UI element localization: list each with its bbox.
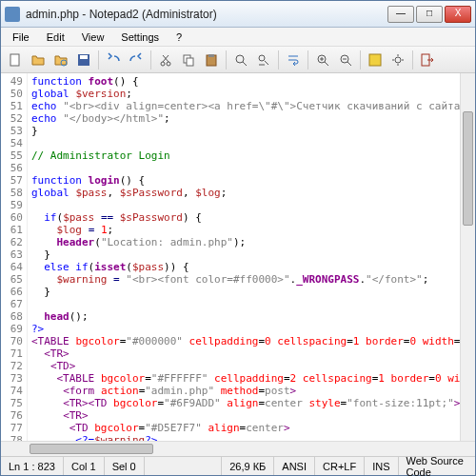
replace-icon[interactable] [253, 50, 274, 70]
status-column[interactable]: Col 1 [64, 457, 105, 475]
toolbar-separator [226, 50, 227, 69]
svg-rect-7 [187, 58, 193, 66]
zoomin-icon[interactable] [312, 50, 333, 70]
status-selection[interactable]: Sel 0 [105, 457, 145, 475]
scroll-thumb[interactable] [463, 111, 473, 226]
paste-icon[interactable] [201, 50, 222, 70]
menu-file[interactable]: File [5, 30, 37, 45]
code-area[interactable]: function foot() {global $version;echo "<… [28, 73, 460, 441]
menu-view[interactable]: View [74, 30, 112, 45]
app-icon [5, 7, 20, 22]
vertical-scrollbar[interactable] [460, 73, 475, 441]
window-title: admin.php - Notepad2 (Administrator) [26, 8, 387, 21]
svg-point-5 [167, 62, 170, 66]
menubar: File Edit View Settings ? [1, 28, 475, 47]
redo-icon[interactable] [126, 50, 147, 70]
toolbar-separator [412, 50, 413, 69]
toolbar-separator [278, 50, 279, 69]
status-size[interactable]: 26,9 КБ [222, 457, 274, 475]
toolbar-separator [360, 50, 361, 69]
scroll-thumb[interactable] [30, 444, 153, 454]
toolbar [1, 47, 475, 73]
wrap-icon[interactable] [283, 50, 304, 70]
menu-edit[interactable]: Edit [39, 30, 72, 45]
exit-icon[interactable] [417, 50, 438, 70]
open-icon[interactable] [28, 50, 49, 70]
titlebar[interactable]: admin.php - Notepad2 (Administrator) — □… [1, 1, 475, 28]
svg-point-10 [236, 55, 244, 63]
undo-icon[interactable] [103, 50, 124, 70]
svg-rect-0 [10, 54, 19, 66]
browse-icon[interactable] [50, 50, 71, 70]
find-icon[interactable] [230, 50, 251, 70]
window-controls: — □ X [387, 6, 471, 23]
svg-point-11 [259, 55, 265, 61]
status-eol[interactable]: CR+LF [315, 457, 365, 475]
new-icon[interactable] [5, 50, 26, 70]
save-icon[interactable] [73, 50, 94, 70]
editor[interactable]: 4950515253545556575859606162636465666768… [1, 73, 475, 441]
scheme-icon[interactable] [365, 50, 386, 70]
svg-point-4 [161, 62, 165, 66]
status-insert[interactable]: INS [365, 457, 398, 475]
app-window: admin.php - Notepad2 (Administrator) — □… [0, 0, 476, 476]
close-button[interactable]: X [445, 6, 471, 23]
menu-settings[interactable]: Settings [113, 30, 167, 45]
minimize-button[interactable]: — [387, 6, 414, 23]
menu-help[interactable]: ? [169, 30, 189, 45]
horizontal-scrollbar[interactable] [1, 441, 475, 456]
svg-rect-3 [80, 55, 88, 59]
status-encoding[interactable]: ANSI [274, 457, 315, 475]
copy-icon[interactable] [178, 50, 199, 70]
svg-point-15 [395, 57, 401, 63]
status-position[interactable]: Ln 1 : 823 [1, 457, 64, 475]
config-icon[interactable] [387, 50, 408, 70]
cut-icon[interactable] [155, 50, 176, 70]
line-gutter: 4950515253545556575859606162636465666768… [1, 73, 28, 441]
toolbar-separator [98, 50, 99, 69]
svg-rect-9 [208, 54, 214, 57]
zoomout-icon[interactable] [335, 50, 356, 70]
toolbar-separator [307, 50, 308, 69]
statusbar: Ln 1 : 823 Col 1 Sel 0 26,9 КБ ANSI CR+L… [1, 456, 475, 475]
svg-rect-14 [369, 54, 381, 66]
status-spacer [145, 457, 223, 475]
status-scheme[interactable]: Web Source Code [399, 457, 476, 475]
toolbar-separator [150, 50, 151, 69]
maximize-button[interactable]: □ [416, 6, 443, 23]
